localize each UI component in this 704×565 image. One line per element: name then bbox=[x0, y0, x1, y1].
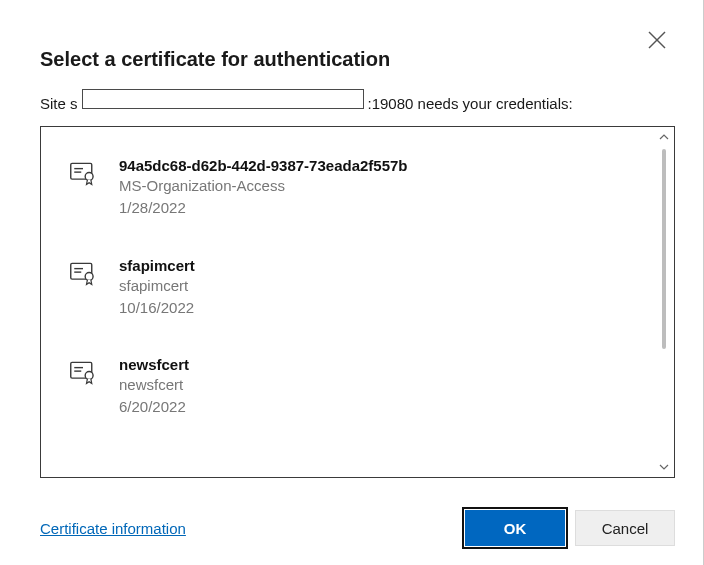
certificate-icon bbox=[69, 159, 97, 187]
dialog-footer: Certificate information OK Cancel bbox=[40, 510, 675, 546]
certificate-icon bbox=[69, 358, 97, 386]
scroll-up-button[interactable] bbox=[656, 129, 672, 145]
svg-point-13 bbox=[85, 372, 93, 380]
site-prefix: Site s bbox=[40, 95, 78, 112]
close-button[interactable] bbox=[645, 28, 669, 52]
scroll-thumb[interactable] bbox=[662, 149, 666, 349]
ok-button[interactable]: OK bbox=[465, 510, 565, 546]
certificate-name: sfapimcert bbox=[119, 257, 195, 274]
certificate-item[interactable]: sfapimcert sfapimcert 10/16/2022 bbox=[69, 247, 648, 347]
certificate-date: 6/20/2022 bbox=[119, 397, 189, 417]
certificate-issuer: sfapimcert bbox=[119, 276, 195, 296]
certificate-icon bbox=[69, 259, 97, 287]
certificate-information-link[interactable]: Certificate information bbox=[40, 520, 186, 537]
certificate-date: 1/28/2022 bbox=[119, 198, 408, 218]
scroll-down-button[interactable] bbox=[656, 459, 672, 475]
site-credentials-text: Site s :19080 needs your credentials: bbox=[40, 89, 675, 112]
redacted-hostname bbox=[82, 89, 364, 109]
chevron-up-icon bbox=[659, 132, 669, 142]
chevron-down-icon bbox=[659, 462, 669, 472]
certificate-issuer: newsfcert bbox=[119, 375, 189, 395]
certificate-date: 10/16/2022 bbox=[119, 298, 195, 318]
certificate-issuer: MS-Organization-Access bbox=[119, 176, 408, 196]
certificate-item[interactable]: newsfcert newsfcert 6/20/2022 bbox=[69, 346, 648, 446]
scrollbar[interactable] bbox=[656, 129, 672, 475]
close-icon bbox=[645, 28, 669, 52]
site-suffix: :19080 needs your credentials: bbox=[368, 95, 573, 112]
dialog-title: Select a certificate for authentication bbox=[40, 48, 675, 71]
cancel-button[interactable]: Cancel bbox=[575, 510, 675, 546]
certificate-name: newsfcert bbox=[119, 356, 189, 373]
svg-point-9 bbox=[85, 272, 93, 280]
svg-point-5 bbox=[85, 173, 93, 181]
certificate-name: 94a5dc68-d62b-442d-9387-73eada2f557b bbox=[119, 157, 408, 174]
certificate-list: 94a5dc68-d62b-442d-9387-73eada2f557b MS-… bbox=[40, 126, 675, 478]
certificate-item[interactable]: 94a5dc68-d62b-442d-9387-73eada2f557b MS-… bbox=[69, 147, 648, 247]
certificate-dialog: Select a certificate for authentication … bbox=[0, 0, 704, 565]
